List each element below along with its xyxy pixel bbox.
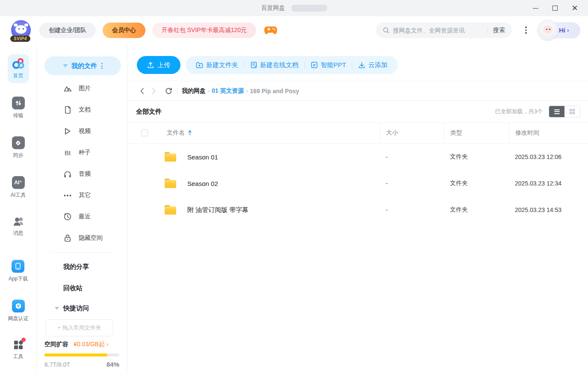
- sort-icon[interactable]: [188, 130, 192, 136]
- list-view-button[interactable]: [549, 106, 564, 117]
- certification-icon: [12, 300, 25, 312]
- create-team-button[interactable]: 创建企业/团队: [39, 23, 96, 38]
- game-center-button[interactable]: [264, 25, 278, 36]
- column-header-type[interactable]: 类型: [444, 123, 509, 143]
- rail-item-certification[interactable]: 网盘认证: [4, 296, 33, 326]
- file-modified: 2025.03.23 12:34: [509, 180, 588, 187]
- sidebar-item-pictures[interactable]: 图片: [37, 78, 127, 99]
- list-view-icon: [554, 109, 560, 114]
- rail-item-transfer[interactable]: 传输: [8, 93, 29, 123]
- sidebar-item-videos[interactable]: 视频: [37, 121, 127, 142]
- rail-label: 工具: [13, 353, 24, 360]
- bt-icon: Bt: [63, 149, 72, 156]
- sidebar-item-label: 视频: [79, 127, 91, 135]
- sidebar-item-recycle-bin[interactable]: 回收站: [37, 277, 127, 299]
- refresh-button[interactable]: [163, 85, 174, 97]
- documents-icon: [63, 106, 72, 114]
- smart-ppt-button[interactable]: P 智能PPT: [305, 61, 352, 69]
- table-row[interactable]: 附 油管订阅版 带字幕 - 文件夹 2025.03.23 14:53: [127, 197, 588, 223]
- file-name[interactable]: Season 01: [187, 153, 218, 161]
- home-logo-icon: [12, 58, 25, 70]
- breadcrumb-separator: ›: [246, 88, 248, 94]
- minimize-button[interactable]: [526, 0, 545, 16]
- file-name[interactable]: 附 油管订阅版 带字幕: [187, 206, 248, 214]
- sidebar-item-hidden-space[interactable]: 隐藏空间: [37, 227, 127, 249]
- rail-label: 首页: [13, 72, 24, 80]
- back-button[interactable]: [136, 85, 148, 97]
- window-titlebar: 百度网盘 ✕: [0, 0, 588, 16]
- upload-button[interactable]: 上传: [137, 56, 180, 74]
- more-menu-button[interactable]: [519, 23, 533, 38]
- rail-item-ai-tools[interactable]: AI⁺ AI工具: [6, 173, 30, 202]
- assistant-label: Hi: [559, 27, 565, 34]
- search-box[interactable]: 搜索: [376, 22, 512, 38]
- user-avatar[interactable]: SVIP4: [11, 20, 32, 41]
- file-name[interactable]: Season 02: [187, 180, 218, 187]
- maximize-button[interactable]: [545, 0, 565, 16]
- folder-icon: [165, 205, 176, 215]
- upload-label: 上传: [157, 61, 170, 69]
- promo-banner[interactable]: 开春红包 SVIP年卡最高减120元: [152, 23, 256, 38]
- column-header-name[interactable]: 文件名: [167, 129, 185, 137]
- maximize-icon: [553, 6, 558, 11]
- table-row[interactable]: Season 02 - 文件夹 2025.03.23 12:34: [127, 170, 588, 197]
- sidebar-section-quick-access[interactable]: 快捷访问: [37, 299, 127, 318]
- vip-center-button[interactable]: 会员中心: [103, 23, 145, 38]
- messages-icon: [12, 216, 24, 227]
- sidebar-item-other[interactable]: 其它: [37, 185, 127, 206]
- rail-item-app-download[interactable]: App下载: [4, 256, 32, 286]
- column-header-size[interactable]: 大小: [380, 123, 444, 143]
- new-online-doc-button[interactable]: 新建在线文档: [245, 61, 304, 69]
- cloud-add-icon: [358, 62, 365, 68]
- rail-item-tools[interactable]: 工具: [9, 336, 28, 364]
- file-size: -: [380, 180, 444, 187]
- my-files-menu-icon[interactable]: [101, 63, 103, 69]
- sidebar-item-documents[interactable]: 文档: [37, 99, 127, 121]
- rail-item-messages[interactable]: 消息: [8, 212, 29, 240]
- sync-icon: [12, 136, 25, 149]
- forward-button[interactable]: [148, 85, 160, 97]
- rail-item-sync[interactable]: 同步: [8, 133, 29, 162]
- load-status-text: 已全部加载，共3个: [495, 108, 543, 115]
- select-all-checkbox[interactable]: [141, 130, 148, 136]
- new-online-doc-label: 新建在线文档: [260, 61, 298, 69]
- storage-price-link[interactable]: ¥0.03/GB起 ›: [74, 341, 109, 348]
- sidebar-item-label: 文档: [79, 106, 91, 114]
- storage-usage-text: 6.7T/8.0T: [44, 361, 70, 368]
- videos-icon: [63, 127, 72, 135]
- redacted-username: [291, 5, 327, 12]
- svg-text:P: P: [313, 63, 316, 68]
- sidebar-item-label: 图片: [79, 85, 91, 92]
- file-size: -: [380, 153, 444, 160]
- lock-icon: [63, 234, 72, 242]
- toolbar-action-group: 新建文件夹 新建在线文档 P 智能PPT 云添加: [186, 56, 398, 74]
- sidebar-item-torrents[interactable]: Bt 种子: [37, 142, 127, 163]
- sidebar-item-audio[interactable]: 音频: [37, 163, 127, 185]
- column-header-modified[interactable]: 修改时间: [509, 123, 588, 143]
- storage-expand-link[interactable]: 空间扩容: [44, 341, 68, 348]
- storage-panel: 空间扩容 ¥0.03/GB起 › 6.7T/8.0T 84%: [44, 341, 119, 368]
- new-folder-button[interactable]: 新建文件夹: [190, 61, 244, 69]
- table-header-row: 文件名 大小 类型 修改时间: [127, 122, 588, 144]
- header-right: 搜索 Hi ›: [376, 22, 580, 38]
- rail-item-home[interactable]: 首页: [8, 54, 29, 83]
- search-input[interactable]: [393, 27, 482, 34]
- sidebar-item-my-share[interactable]: 我的分享: [37, 256, 127, 277]
- assistant-chip[interactable]: Hi ›: [539, 22, 580, 38]
- table-row[interactable]: Season 01 - 文件夹 2025.03.23 12:06: [127, 144, 588, 170]
- new-folder-icon: [196, 62, 203, 68]
- file-modified: 2025.03.23 12:06: [509, 153, 588, 160]
- quick-access-drop-zone[interactable]: + 拖入常用文件夹: [45, 319, 113, 336]
- sidebar-item-my-files[interactable]: 我的文件: [44, 56, 121, 75]
- upload-icon: [147, 62, 154, 68]
- close-button[interactable]: ✕: [565, 0, 585, 16]
- quick-access-label: 快捷访问: [63, 304, 89, 312]
- breadcrumb-item-root[interactable]: 我的网盘: [182, 87, 206, 95]
- grid-view-button[interactable]: [564, 106, 580, 117]
- breadcrumb-bar: 我的网盘 › 01 英文资源 › 169 Pip and Posy: [127, 81, 588, 101]
- sidebar-item-recent[interactable]: 最近: [37, 206, 127, 227]
- collapse-triangle-icon: [63, 64, 68, 68]
- breadcrumb-item-parent[interactable]: 01 英文资源: [212, 87, 244, 95]
- cloud-add-button[interactable]: 云添加: [352, 61, 393, 69]
- search-submit-button[interactable]: 搜索: [493, 27, 505, 34]
